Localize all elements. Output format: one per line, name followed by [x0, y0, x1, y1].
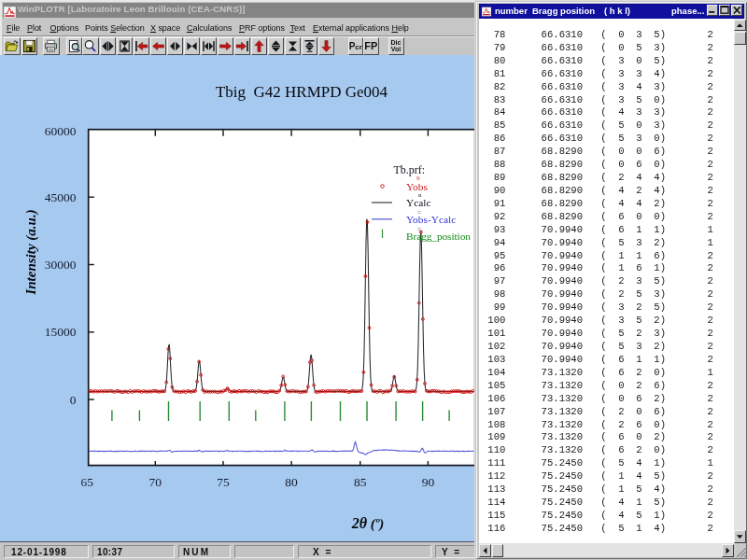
svg-text:80: 80 — [285, 475, 298, 489]
svg-text:70: 70 — [149, 475, 162, 489]
svg-text:Yobs: Yobs — [406, 181, 428, 192]
svg-text:Yobs-Ycalc: Yobs-Ycalc — [406, 214, 456, 225]
svg-text:Tbig G42 HRMPD Ge004: Tbig G42 HRMPD Ge004 — [216, 83, 388, 101]
svg-text:85: 85 — [354, 475, 367, 489]
svg-text:90: 90 — [422, 475, 435, 489]
svg-text:2θ (º): 2θ (º) — [351, 515, 385, 532]
svg-text:60000: 60000 — [45, 124, 77, 138]
svg-text:45000: 45000 — [45, 190, 77, 204]
svg-text:65: 65 — [81, 475, 94, 489]
svg-text:0: 0 — [70, 393, 77, 407]
svg-text:Intensity (a.u.): Intensity (a.u.) — [23, 209, 39, 295]
svg-text:75: 75 — [217, 475, 230, 489]
svg-text:Tb.prf:: Tb.prf: — [394, 163, 426, 176]
svg-text:Ycalc: Ycalc — [406, 197, 431, 208]
svg-text:Bragg_position: Bragg_position — [406, 231, 471, 242]
svg-text:30000: 30000 — [45, 258, 77, 272]
svg-text:15000: 15000 — [45, 325, 77, 339]
